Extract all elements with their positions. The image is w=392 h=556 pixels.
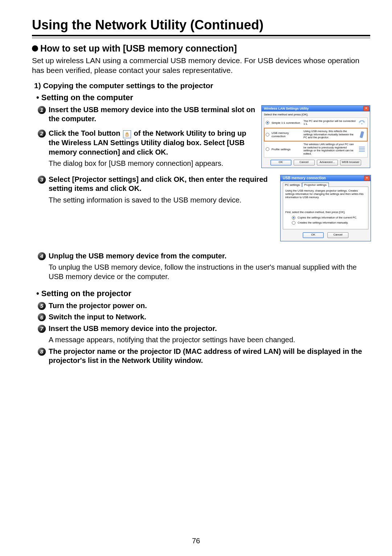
step-4-title: Unplug the USB memory device from the co… (49, 252, 226, 261)
opt1-desc: The PC and the projector will be connect… (303, 120, 356, 126)
manual-page: Using the Network Utility (Continued) Ho… (0, 0, 392, 556)
step-3-title: Select [Projector settings] and click OK… (49, 175, 270, 193)
radio-off-icon (266, 147, 269, 151)
dialog-2-panel: Using the USB memory, changes projector … (283, 187, 368, 229)
dialog-2-titlebar: USB memory connection × (281, 175, 371, 181)
option-simple-connection[interactable]: Simple 1:1 connection The PC and the pro… (264, 118, 367, 128)
divider-thick (32, 35, 370, 36)
usb-memory-connection-dialog: USB memory connection × PC settings Proj… (280, 175, 371, 241)
tool-icon (123, 130, 131, 138)
step-4-body: To unplug the USB memory device, follow … (32, 263, 370, 281)
dialog-2-radios: Copies the settings information of the c… (285, 216, 366, 225)
step-2-title-pre: Click the Tool button (49, 129, 122, 137)
dialog-1-titlebar: Wireless LAN Settings Utility × (262, 106, 370, 111)
dialog-1-title: Wireless LAN Settings Utility (264, 107, 309, 110)
radio-copy-label: Copies the settings information of the c… (298, 216, 357, 219)
usb-stick-icon (358, 131, 366, 138)
step-2-body: The dialog box for [USB memory connectio… (32, 159, 256, 168)
step-6-badge: 6 (38, 313, 46, 321)
step-2: 2 Click the Tool button of the Network U… (32, 129, 256, 157)
section-subheading: How to set up with [USB memory connectio… (32, 43, 370, 54)
close-icon[interactable]: × (363, 106, 369, 111)
step-1-title: Insert the USB memory device into the US… (49, 105, 256, 124)
dialog-1-buttons: OK Cancel Advanced... WEB browser (264, 158, 368, 165)
opt2-label: USB memory connection (271, 131, 301, 138)
opt2-desc: Using USB memory, this reflects the sett… (303, 130, 356, 139)
step-2-badge: 2 (38, 130, 46, 138)
step-5-title: Turn the projector power on. (49, 301, 147, 311)
divider-thin (32, 38, 370, 38)
steps-row-3: 4 Unplug the USB memory device from the … (32, 252, 370, 282)
step-6-title: Switch the input to Network. (49, 312, 146, 322)
opt3-label: Profile settings (271, 148, 301, 151)
radio-on-icon (292, 216, 295, 220)
section-1-title: 1) Copying the computer settings to the … (32, 81, 370, 90)
web-browser-button[interactable]: WEB browser (340, 160, 362, 165)
sub-setting-computer: • Setting on the computer (32, 93, 370, 102)
advanced-button[interactable]: Advanced... (317, 160, 338, 165)
steps-row-2: 3 Select [Projector settings] and click … (32, 175, 370, 241)
step-5: 5 Turn the projector power on. (32, 301, 370, 311)
dialog-1-options: Simple 1:1 connection The PC and the pro… (264, 118, 368, 158)
step-2-title: Click the Tool button of the Network Uti… (49, 129, 256, 157)
step-7-title: Insert the USB memory device into the pr… (49, 324, 217, 334)
intro-paragraph: Set up wireless LAN using a commercial U… (32, 56, 370, 75)
radio-manual-label: Creates the settings information manuall… (298, 221, 348, 224)
steps-row-1: 1 Insert the USB memory device into the … (32, 105, 370, 168)
page-title: Using the Network Utility (Continued) (32, 17, 370, 33)
tab-projector-settings[interactable]: Projector settings (302, 183, 329, 187)
opt3-desc: The wireless LAN settings of your PC can… (303, 143, 356, 156)
step-3-badge: 3 (38, 176, 46, 184)
radio-on-icon (266, 121, 269, 124)
radio-off-icon (266, 133, 269, 136)
step-1: 1 Insert the USB memory device into the … (32, 105, 256, 124)
step-3-body: The setting information is saved to the … (32, 196, 270, 205)
dialog-2-body: PC settings Projector settings Using the… (281, 181, 371, 241)
step-8-title: The projector name or the projector ID (… (49, 347, 370, 365)
dialog-1-prompt: Select the method and press [OK]. (264, 113, 368, 116)
steps-col-left: 1 Insert the USB memory device into the … (32, 105, 256, 168)
step-3: 3 Select [Projector settings] and click … (32, 175, 270, 193)
step-8: 8 The projector name or the projector ID… (32, 347, 370, 365)
wifi-icon (358, 120, 366, 125)
dialog-2-desc: Using the USB memory, changes projector … (285, 189, 366, 199)
dialog-2-wrapper: USB memory connection × PC settings Proj… (276, 175, 370, 241)
dialog-1-body: Select the method and press [OK]. Simple… (262, 111, 370, 168)
step-7-body: A message appears, notifying that the pr… (32, 335, 370, 345)
tab-pc-settings[interactable]: PC settings (283, 183, 302, 187)
steps-col-left-2: 3 Select [Projector settings] and click … (32, 175, 270, 205)
wireless-lan-settings-dialog: Wireless LAN Settings Utility × Select t… (261, 105, 370, 168)
ok-button[interactable]: OK (270, 160, 291, 165)
dialog-2-subprompt: First, select the creation method, then … (285, 210, 366, 214)
option-usb-memory-connection[interactable]: USB memory connection Using USB memory, … (264, 128, 368, 142)
step-7-badge: 7 (38, 325, 46, 333)
dialog-1-wrapper: Wireless LAN Settings Utility × Select t… (261, 105, 370, 168)
step-1-badge: 1 (38, 106, 46, 114)
step-4-badge: 4 (38, 252, 46, 260)
step-8-badge: 8 (38, 348, 46, 356)
ok-button[interactable]: OK (303, 232, 324, 238)
step-5-badge: 5 (38, 302, 46, 310)
step-7: 7 Insert the USB memory device into the … (32, 324, 370, 334)
cancel-button[interactable]: Cancel (327, 232, 348, 238)
page-number: 76 (0, 537, 392, 545)
dialog-2-title: USB memory connection (283, 176, 326, 180)
sub-setting-projector: • Setting on the projector (32, 289, 370, 298)
step-6: 6 Switch the input to Network. (32, 312, 370, 322)
close-icon[interactable]: × (364, 176, 370, 181)
radio-create-manually[interactable]: Creates the settings information manuall… (292, 221, 366, 225)
bullet-solid-icon (32, 45, 38, 52)
step-4: 4 Unplug the USB memory device from the … (32, 252, 370, 261)
option-profile-settings[interactable]: Profile settings The wireless LAN settin… (264, 141, 367, 158)
cancel-button[interactable]: Cancel (294, 160, 315, 165)
radio-off-icon (292, 221, 295, 225)
subheading-text: How to set up with [USB memory connectio… (40, 43, 237, 54)
list-lines-icon (358, 147, 366, 152)
svg-point-0 (362, 123, 363, 124)
dialog-2-buttons: OK Cancel (283, 229, 368, 238)
opt1-label: Simple 1:1 connection (271, 121, 301, 124)
radio-copy-current-pc[interactable]: Copies the settings information of the c… (292, 216, 366, 220)
